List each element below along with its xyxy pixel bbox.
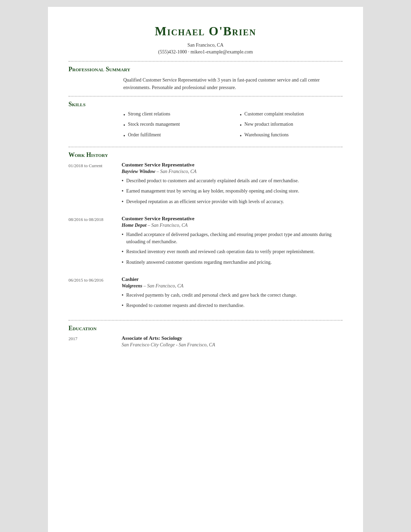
skills-columns: • Strong client relations • Stock record… — [123, 111, 342, 143]
list-item: • Customer complaint resolution — [240, 111, 342, 119]
work-entry-3: 06/2015 to 06/2016 Cashier Walgreens – S… — [68, 276, 342, 312]
education-title: Education — [68, 325, 342, 332]
skill-label: Warehousing functions — [245, 132, 289, 138]
work-entry-2: 08/2016 to 08/2018 Customer Service Repr… — [68, 216, 342, 269]
edu-year: 2017 — [68, 335, 122, 348]
bullet-text: Handled acceptance of delivered packages… — [126, 231, 342, 245]
job-title: Customer Service Representative — [122, 216, 342, 222]
job-dates: 06/2015 to 06/2016 — [68, 276, 122, 312]
bullet-icon: • — [123, 111, 125, 119]
edu-details: Associate of Arts: Sociology San Francis… — [122, 335, 342, 348]
company-location: – San Francisco, CA — [148, 223, 188, 228]
company-line: Walgreens – San Francisco, CA — [122, 283, 342, 289]
bullet-text: Earned management trust by serving as ke… — [126, 187, 299, 195]
skill-label: Stock records management — [128, 122, 180, 127]
list-item: • Stock records management — [123, 122, 226, 129]
divider-4 — [68, 320, 342, 321]
bullet-text: Responded to customer requests and direc… — [126, 302, 245, 309]
bullet-text: Described product to customers and accur… — [126, 177, 299, 184]
bullet-icon: • — [122, 302, 124, 309]
job-bullets: • Received payments by cash, credit and … — [122, 292, 342, 310]
divider-1 — [68, 61, 342, 62]
company-location: – San Francisco, CA — [157, 169, 197, 174]
edu-degree: Associate of Arts: Sociology — [122, 335, 342, 341]
list-item: • Strong client relations — [123, 111, 226, 119]
job-title: Cashier — [122, 276, 342, 282]
professional-summary-content: Qualified Customer Service Representativ… — [123, 76, 342, 92]
skill-label: Strong client relations — [128, 111, 171, 117]
bullet-icon: • — [122, 259, 124, 266]
list-item: • Restocked inventory ever month and rev… — [122, 248, 342, 256]
job-dates: 08/2016 to 08/2018 — [68, 216, 122, 269]
bullet-text: Received payments by cash, credit and pe… — [126, 292, 297, 299]
list-item: • Warehousing functions — [240, 132, 342, 140]
work-entry-1: 01/2018 to Current Customer Service Repr… — [68, 162, 342, 208]
candidate-contact: (555)432-1000 · mikeo1-example@example.c… — [68, 49, 342, 55]
company-name: Bayview Window — [122, 169, 155, 174]
skill-label: New product information — [245, 122, 293, 127]
company-line: Bayview Window – San Francisco, CA — [122, 169, 342, 174]
list-item: • Responded to customer requests and dir… — [122, 302, 342, 309]
list-item: • Received payments by cash, credit and … — [122, 292, 342, 299]
list-item: • Developed reputation as an efficient s… — [122, 198, 342, 206]
skill-label: Customer complaint resolution — [245, 111, 304, 117]
candidate-city: San Francisco, CA — [68, 42, 342, 48]
job-dates: 01/2018 to Current — [68, 162, 122, 208]
job-details: Customer Service Representative Home Dep… — [122, 216, 342, 269]
bullet-icon: • — [122, 177, 124, 185]
bullet-icon: • — [122, 248, 124, 256]
summary-text: Qualified Customer Service Representativ… — [123, 76, 342, 92]
skills-title: Skills — [68, 101, 342, 108]
bullet-icon: • — [122, 187, 124, 195]
education-section: Education 2017 Associate of Arts: Sociol… — [68, 325, 342, 348]
school-location: - San Francisco, CA — [176, 342, 215, 347]
job-title: Customer Service Representative — [122, 162, 342, 168]
bullet-text: Developed reputation as an efficient ser… — [126, 198, 284, 205]
job-details: Customer Service Representative Bayview … — [122, 162, 342, 208]
edu-school: San Francisco City College - San Francis… — [122, 342, 342, 348]
bullet-text: Restocked inventory ever month and revie… — [126, 248, 315, 255]
job-details: Cashier Walgreens – San Francisco, CA • … — [122, 276, 342, 312]
education-entry-1: 2017 Associate of Arts: Sociology San Fr… — [68, 335, 342, 348]
work-history-title: Work History — [68, 151, 342, 159]
bullet-icon: • — [122, 198, 124, 206]
bullet-icon: • — [240, 122, 242, 129]
candidate-name: Michael O'Brien — [68, 24, 342, 38]
list-item: • Earned management trust by serving as … — [122, 187, 342, 195]
divider-2 — [68, 96, 342, 97]
bullet-icon: • — [123, 132, 125, 140]
resume-page: Michael O'Brien San Francisco, CA (555)4… — [48, 7, 363, 532]
divider-3 — [68, 147, 342, 147]
professional-summary-title: Professional Summary — [68, 66, 342, 73]
list-item: • Described product to customers and acc… — [122, 177, 342, 185]
list-item: • Order fulfillment — [123, 132, 226, 140]
company-name: Walgreens — [122, 283, 142, 288]
job-bullets: • Handled acceptance of delivered packag… — [122, 231, 342, 266]
bullet-icon: • — [240, 132, 242, 140]
bullet-icon: • — [240, 111, 242, 119]
company-name: Home Depot — [122, 223, 147, 228]
resume-header: Michael O'Brien San Francisco, CA (555)4… — [68, 24, 342, 55]
bullet-text: Routinely answered customer questions re… — [126, 259, 272, 266]
job-bullets: • Described product to customers and acc… — [122, 177, 342, 206]
school-name: San Francisco City College — [122, 342, 175, 347]
work-history-section: Work History 01/2018 to Current Customer… — [68, 151, 342, 312]
professional-summary-section: Professional Summary Qualified Customer … — [68, 66, 342, 92]
bullet-icon: • — [122, 231, 124, 238]
bullet-icon: • — [122, 292, 124, 299]
bullet-icon: • — [123, 122, 125, 129]
list-item: • Routinely answered customer questions … — [122, 259, 342, 266]
skills-column-1: • Strong client relations • Stock record… — [123, 111, 226, 143]
company-location: – San Francisco, CA — [144, 283, 184, 288]
list-item: • New product information — [240, 122, 342, 129]
skill-label: Order fulfillment — [128, 132, 161, 138]
list-item: • Handled acceptance of delivered packag… — [122, 231, 342, 245]
skills-section: Skills • Strong client relations • Stock… — [68, 101, 342, 143]
company-line: Home Depot – San Francisco, CA — [122, 223, 342, 228]
skills-column-2: • Customer complaint resolution • New pr… — [240, 111, 342, 143]
